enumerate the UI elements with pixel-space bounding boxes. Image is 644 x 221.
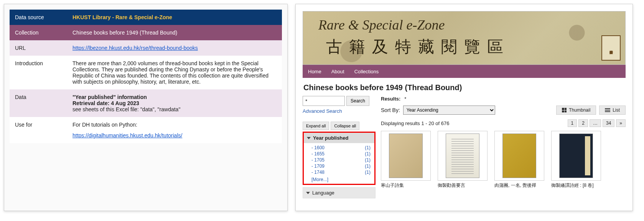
collapse-all-button[interactable]: Collapse all (331, 122, 359, 130)
banner-title-zh: 古籍及特藏閱覽區 (326, 36, 510, 58)
label-url: URL (10, 40, 67, 56)
thumbnail-card[interactable]: 寒山子詩集 (381, 131, 431, 189)
tutorials-link[interactable]: https://digitalhumanities.hkust.edu.hk/t… (72, 132, 182, 139)
book-cover-icon (559, 134, 593, 178)
page-button[interactable]: … (590, 119, 601, 127)
thumbnail-image (381, 131, 431, 181)
row-collection: Collection Chinese books before 1949 (Th… (10, 25, 282, 40)
row-data: Data "Year published" information Retrie… (10, 89, 282, 117)
url-link[interactable]: https://lbezone.hkust.edu.hk/rse/thread-… (72, 45, 198, 51)
view-thumbnail-button[interactable]: Thumbnail (556, 106, 596, 115)
banner-title-en: Rare & Special e-Zone (318, 17, 445, 33)
thumbnail-title: 御製繙譯詩經 : [8 卷] (551, 182, 601, 189)
facet-year-value: 1655 (311, 151, 324, 157)
facet-year-count: (1) (365, 157, 371, 163)
year-published-facet-highlight: Year published 1600(1)1655(1)1705(1)1709… (303, 132, 376, 185)
thumbnail-image (551, 131, 601, 181)
label-collection: Collection (10, 25, 67, 40)
view-thumbnail-label: Thumbnail (569, 107, 590, 113)
facet-year-item[interactable]: 1709(1) (311, 163, 371, 169)
nav-about[interactable]: About (331, 69, 344, 74)
facet-year-count: (1) (365, 170, 371, 175)
facet-year-value: 1748 (311, 170, 324, 175)
value-data: "Year published" information Retrieval d… (67, 89, 282, 117)
use-for-text: For DH tutorials on Python: (72, 122, 277, 128)
website-screenshot-panel: Rare & Special e-Zone 古籍及特藏閱覽區 香港科技大學圖書館… (295, 4, 633, 211)
sort-label: Sort By: (381, 107, 400, 113)
label-use-for: Use for (10, 117, 67, 143)
results-area: Results: * Sort By: Year Ascending Thumb… (381, 96, 626, 198)
page-button[interactable]: » (616, 119, 626, 127)
data-line1: "Year published" information (72, 94, 277, 100)
facet-sidebar: Search Advanced Search Expand all Collap… (303, 96, 376, 198)
row-use-for: Use for For DH tutorials on Python: http… (10, 117, 282, 143)
page-title: Chinese books before 1949 (Thread Bound) (303, 83, 626, 92)
thumbnail-card[interactable]: 肉蒲團, 一名, 覺後禪 (494, 131, 544, 189)
sort-select[interactable]: Year Ascending (403, 106, 495, 115)
facet-year-item[interactable]: 1655(1) (311, 151, 371, 157)
row-url: URL https://lbezone.hkust.edu.hk/rse/thr… (10, 40, 282, 56)
library-stamp-icon: 香港科技大學圖書館 (601, 35, 621, 61)
view-list-button[interactable]: List (599, 106, 626, 115)
info-table: Data source HKUST Library - Rare & Speci… (10, 10, 282, 143)
row-data-source: Data source HKUST Library - Rare & Speci… (10, 10, 282, 25)
page-button[interactable]: 34 (603, 119, 614, 127)
value-collection: Chinese books before 1949 (Thread Bound) (67, 25, 282, 40)
data-line3: see sheets of this Excel file: "data", "… (72, 106, 277, 112)
facet-year-value: 1705 (311, 157, 324, 163)
facet-year-count: (1) (365, 151, 371, 157)
expand-all-button[interactable]: Expand all (303, 122, 329, 130)
label-data-source: Data source (10, 10, 67, 25)
displaying-text: Displaying results 1 - 20 of 676 (381, 120, 449, 126)
facet-year-count: (1) (365, 145, 371, 150)
site-banner: Rare & Special e-Zone 古籍及特藏閱覽區 香港科技大學圖書館 (303, 11, 626, 65)
thumbnail-card[interactable]: 御製繙譯詩經 : [8 卷] (551, 131, 601, 189)
list-icon (605, 108, 610, 112)
facet-year-value: 1709 (311, 163, 324, 169)
grid-icon (562, 108, 567, 112)
facet-year-more[interactable]: [More...] (304, 176, 374, 182)
value-data-source: HKUST Library - Rare & Special e-Zone (67, 10, 282, 25)
nav-home[interactable]: Home (308, 69, 321, 74)
page-button[interactable]: 2 (578, 119, 588, 127)
pagination: 12…34» (568, 119, 626, 127)
book-cover-icon (502, 134, 536, 178)
row-introduction: Introduction There are more than 2,000 v… (10, 56, 282, 89)
facet-year-count: (1) (365, 163, 371, 169)
page-button[interactable]: 1 (568, 119, 577, 127)
label-data: Data (10, 89, 67, 117)
facet-year-item[interactable]: 1705(1) (311, 157, 371, 163)
nav-collections[interactable]: Collections (354, 69, 379, 74)
main-nav: Home About Collections (303, 65, 626, 78)
facet-year-item[interactable]: 1748(1) (311, 169, 371, 175)
info-table-panel: Data source HKUST Library - Rare & Speci… (4, 4, 288, 211)
search-button[interactable]: Search (346, 96, 369, 106)
book-cover-icon (446, 134, 479, 178)
book-cover-icon (389, 134, 423, 178)
results-query: * (404, 96, 406, 102)
chevron-down-icon (306, 192, 310, 194)
label-introduction: Introduction (10, 56, 67, 89)
thumbnail-card[interactable]: 御製勸善要言 (438, 131, 488, 189)
thumbnail-title: 寒山子詩集 (381, 182, 431, 189)
thumbnail-image (494, 131, 544, 181)
facet-year-label: Year published (313, 135, 348, 141)
facet-year-body: 1600(1)1655(1)1705(1)1709(1)1748(1) (304, 143, 374, 176)
results-label: Results: (381, 96, 400, 102)
thumbnail-image (438, 131, 488, 181)
advanced-search-link[interactable]: Advanced Search (303, 108, 376, 114)
search-input[interactable] (303, 96, 345, 106)
value-introduction: There are more than 2,000 volumes of thr… (67, 56, 282, 89)
thumbnail-title: 御製勸善要言 (438, 182, 488, 189)
facet-year-header[interactable]: Year published (304, 133, 374, 143)
thumbnail-title: 肉蒲團, 一名, 覺後禪 (494, 182, 544, 189)
view-list-label: List (613, 107, 620, 113)
value-use-for: For DH tutorials on Python: https://digi… (67, 117, 282, 143)
chevron-down-icon (307, 137, 311, 139)
facet-language-label: Language (312, 190, 334, 196)
data-line2: Retrieval date: 4 Aug 2023 (72, 100, 277, 106)
facet-language-header[interactable]: Language (303, 187, 376, 198)
facet-year-item[interactable]: 1600(1) (311, 145, 371, 151)
thumbnail-grid: 寒山子詩集御製勸善要言肉蒲團, 一名, 覺後禪御製繙譯詩經 : [8 卷] (381, 131, 626, 189)
facet-year-value: 1600 (311, 145, 324, 150)
